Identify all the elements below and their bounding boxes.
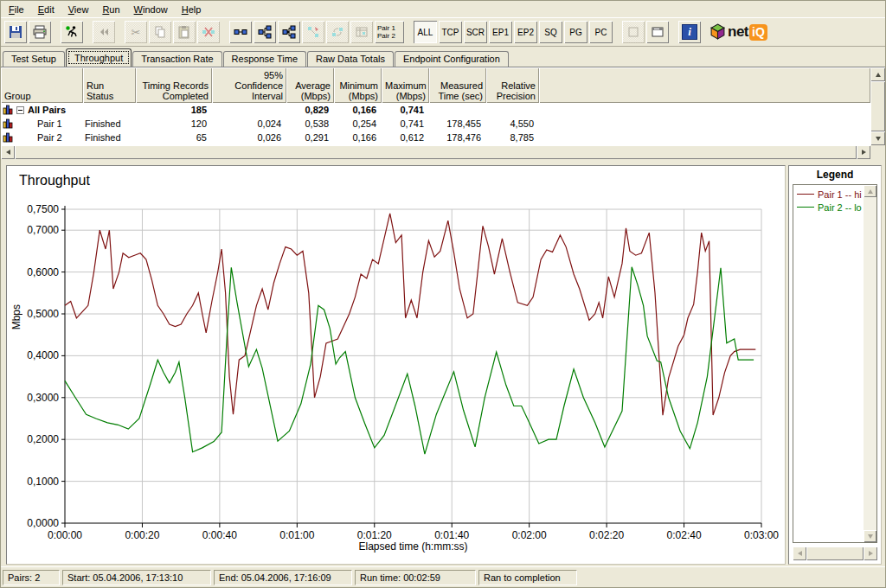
pair-2-line-swatch [797,207,814,208]
col-header-maximum: Maximum(Mbps) [382,67,429,103]
x-tick-label: 0:00:20 [125,529,159,541]
results-table: Group Run Status Timing RecordsCompleted… [1,67,885,159]
chart-pane: 0,00000,10000,20000,30000,40000,50000,60… [1,165,885,566]
filter-tcp-button[interactable]: TCP [439,21,462,43]
y-tick-label: 0,0000 [27,517,59,529]
filter-all-button[interactable]: ALL [414,21,437,43]
printer-icon [33,25,47,39]
y-tick-label: 0,7500 [27,203,59,215]
cut-button[interactable]: ✂ [125,21,147,43]
filter-sq-button[interactable]: SQ [539,21,562,43]
menu-run[interactable]: Run [95,3,126,16]
scroll-right-button[interactable] [864,546,877,560]
menu-bar: File Edit View Run Window Help [1,1,885,17]
x-tick-label: 0:00:00 [48,529,82,541]
pair-properties-button[interactable] [350,21,373,43]
table-horizontal-scrollbar[interactable] [1,145,870,159]
menu-window[interactable]: Window [127,3,175,16]
filter-ep1-button[interactable]: EP1 [489,21,512,43]
replicate-pair-button[interactable] [302,21,324,43]
menu-help[interactable]: Help [175,3,209,16]
tab-raw-data-totals[interactable]: Raw Data Totals [307,51,394,67]
x-tick-label: 0:02:20 [589,529,624,541]
pair-selector-line2: Pair 2 [377,32,395,40]
filter-pg-button[interactable]: PG [564,21,587,43]
replicate-pair-icon [306,25,320,39]
add-pair-button[interactable] [229,21,252,43]
runner-icon [65,25,79,39]
x-tick-label: 0:02:40 [667,529,702,541]
tile-windows-button[interactable] [622,21,645,43]
group-name: All Pairs [28,105,66,115]
y-tick-label: 0,7000 [27,224,59,236]
abort-run-button[interactable] [93,21,115,43]
col-header-timing-records: Timing RecordsCompleted [136,67,212,103]
bar-chart-icon [3,132,14,143]
logo-iq-text: iQ [749,24,767,41]
y-tick-label: 0,2000 [27,433,59,445]
table-row-pair-2[interactable]: Pair 2 Finished 65 0,026 0,291 0,166 0,6… [1,131,870,144]
scroll-left-button[interactable] [1,145,15,159]
bar-chart-icon [3,118,14,129]
menu-view[interactable]: View [61,3,96,16]
throughput-chart-panel: 0,00000,10000,20000,30000,40000,50000,60… [6,165,786,565]
col-header-run-status: Run Status [83,67,136,103]
edit-pair-button[interactable] [278,21,300,43]
help-info-button[interactable]: i [678,21,701,43]
copy-button[interactable] [149,21,171,43]
filter-ep2-button[interactable]: EP2 [514,21,537,43]
paste-button[interactable] [173,21,196,43]
tab-test-setup[interactable]: Test Setup [3,51,65,67]
col-header-measured-time: MeasuredTime (sec) [429,67,486,103]
scroll-down-button[interactable] [870,131,885,145]
chart-title: Throughput [19,173,90,189]
filter-pc-button[interactable]: PC [589,21,613,43]
tab-endpoint-configuration[interactable]: Endpoint Configuration [395,51,509,67]
delete-button[interactable] [197,21,220,43]
scroll-left-button[interactable] [793,546,806,560]
table-row-pair-1[interactable]: Pair 1 Finished 120 0,024 0,538 0,254 0,… [1,117,870,131]
scroll-up-button[interactable] [864,185,876,197]
legend-horizontal-scrollbar[interactable] [793,546,877,560]
table-header-row: Group Run Status Timing RecordsCompleted… [1,67,870,103]
table-row-all-pairs[interactable]: All Pairs 185 0,829 0,166 0,741 [1,103,870,117]
y-tick-label: 0,4000 [27,349,59,361]
scroll-up-button[interactable] [870,67,885,81]
swap-endpoints-button[interactable] [326,21,349,43]
tab-transaction-rate[interactable]: Transaction Rate [132,51,222,67]
scrollbar-thumb[interactable] [806,546,864,560]
print-button[interactable] [29,21,51,43]
y-tick-label: 0,5000 [27,308,59,320]
filter-scr-button[interactable]: SCR [464,21,487,43]
x-tick-label: 0:02:00 [512,529,547,541]
table-vertical-scrollbar[interactable] [870,67,885,159]
scroll-right-button[interactable] [857,145,870,159]
x-tick-label: 0:01:20 [357,529,392,541]
legend-vertical-scrollbar[interactable] [864,185,876,542]
scroll-down-button[interactable] [864,530,876,542]
x-tick-label: 0:01:00 [279,529,314,541]
save-button[interactable] [4,21,27,43]
menu-file[interactable]: File [2,3,31,16]
floppy-disk-icon [9,25,22,39]
bar-chart-icon [3,105,14,115]
show-console-button[interactable] [646,21,669,43]
pair-selector-button[interactable]: Pair 1 Pair 2 [375,21,404,43]
status-end-time: End: 05.04.2006, 17:16:09 [214,570,352,585]
legend-listbox: Pair 1 -- hi Pair 2 -- lo [793,184,877,543]
scrollbar-corner [870,145,885,159]
add-multi-pair-button[interactable] [254,21,276,43]
run-test-button[interactable] [61,21,83,43]
col-header-relative-precision: RelativePrecision [486,67,539,103]
status-run-time: Run time: 00:02:59 [355,570,476,585]
menu-edit[interactable]: Edit [31,3,61,16]
multi-pair-icon [258,25,272,39]
scrollbar-thumb[interactable] [870,81,885,131]
y-tick-label: 0,6000 [27,266,59,278]
legend-item-label: Pair 1 -- hi [818,189,862,200]
scrollbar-thumb[interactable] [15,145,857,159]
tab-throughput[interactable]: Throughput [66,48,132,67]
tab-response-time[interactable]: Response Time [223,51,306,67]
collapse-toggle-icon[interactable] [16,106,24,114]
run-status: Finished [83,118,136,129]
